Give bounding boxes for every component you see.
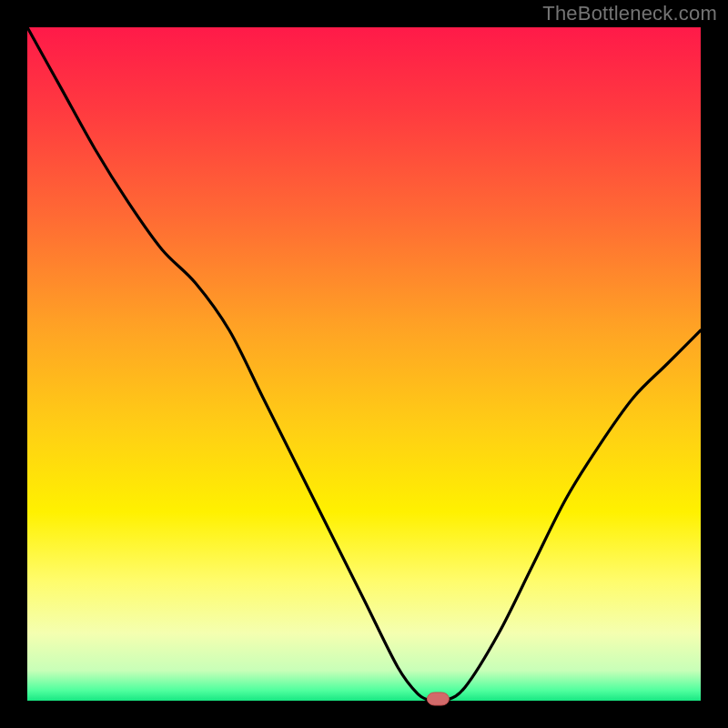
watermark-text: TheBottleneck.com — [542, 2, 717, 25]
chart-svg — [0, 0, 728, 728]
chart-frame: TheBottleneck.com — [0, 0, 728, 728]
optimal-marker — [427, 693, 449, 705]
